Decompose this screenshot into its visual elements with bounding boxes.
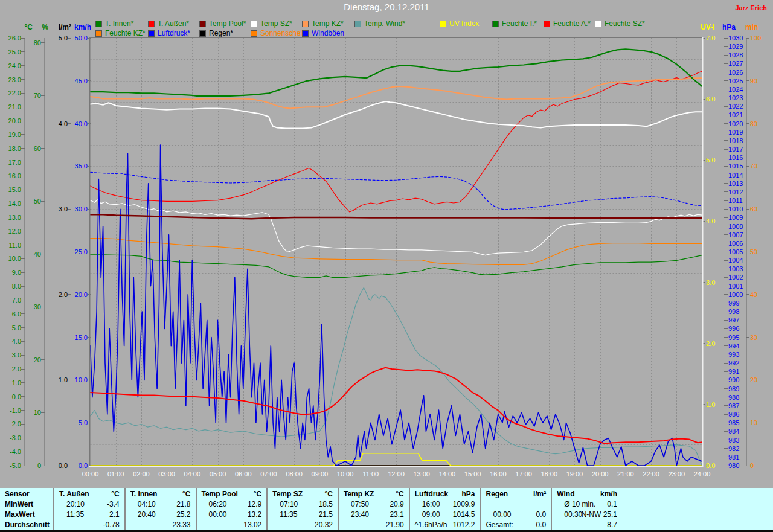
- table-min-value: 1009.9: [453, 499, 475, 510]
- x-tick-label: 11:00: [358, 470, 384, 478]
- x-tick-label: 08:00: [281, 470, 307, 478]
- table-avg-label: Gesamt:: [486, 520, 513, 530]
- series-feuchte_kz: [91, 239, 702, 265]
- table-min-value: 20.9: [390, 499, 403, 510]
- x-tick-label: 22:00: [638, 470, 664, 478]
- chart-plot: [0, 0, 773, 488]
- table-min-value: 21.8: [176, 499, 190, 510]
- table-sensor-unit: l/m²: [533, 489, 546, 499]
- x-tick-label: 14:00: [434, 470, 460, 478]
- table-min-time: 07:10: [280, 499, 298, 510]
- x-tick-label: 21:00: [612, 470, 639, 478]
- table-max-time: 11:35: [66, 510, 84, 520]
- table-divider: [480, 488, 481, 530]
- weather-app-screen: { "header": { "title": "Dienstag, 20.12.…: [0, 0, 773, 532]
- x-tick-label: 00:00: [77, 470, 104, 478]
- x-tick-label: 12:00: [383, 470, 409, 478]
- x-tick-label: 09:00: [306, 470, 333, 478]
- table-sensor-unit: °C: [325, 489, 333, 499]
- table-sensor-unit: °C: [182, 489, 190, 499]
- x-tick-label: 16:00: [485, 470, 512, 478]
- table-avg-value: 20.32: [315, 520, 333, 530]
- table-sensor-name: T. Innen: [130, 489, 158, 499]
- table-max-time: 00:00: [493, 510, 512, 520]
- table-divider: [266, 488, 268, 530]
- table-min-time: Ø 10 min.: [564, 499, 595, 510]
- table-row-label: Durchschnitt: [5, 520, 50, 530]
- x-tick-label: 01:00: [103, 470, 129, 478]
- x-tick-label: 13:00: [408, 470, 435, 478]
- stats-table: SensorMinWertMaxWertDurchschnittT. Außen…: [0, 488, 773, 532]
- x-tick-label: 05:00: [205, 470, 231, 478]
- table-min-value: 0.1: [607, 499, 617, 510]
- table-min-value: 18.5: [319, 499, 333, 510]
- table-sensor-name: Luftdruck: [415, 489, 448, 499]
- table-row-label: Sensor: [5, 489, 30, 499]
- x-tick-label: 02:00: [128, 470, 155, 478]
- table-divider: [196, 488, 197, 530]
- x-tick-label: 07:00: [255, 470, 282, 478]
- table-max-time: 23:40: [351, 510, 369, 520]
- table-sensor-name: Temp Pool: [202, 489, 238, 499]
- table-min-value: 12.9: [248, 499, 261, 510]
- table-min-time: 04:10: [138, 499, 156, 510]
- table-max-value: 0.0: [536, 510, 547, 520]
- x-tick-label: 18:00: [536, 470, 562, 478]
- table-avg-value: 1012.2: [453, 520, 475, 530]
- table-sensor-unit: °C: [396, 489, 403, 499]
- table-max-value: 25.2: [176, 510, 190, 520]
- x-tick-label: 23:00: [663, 470, 690, 478]
- table-max-time: 20:40: [138, 510, 156, 520]
- x-tick-label: 24:00: [689, 470, 716, 478]
- table-max-time: 11:35: [280, 510, 297, 520]
- table-max-value: 21.5: [319, 510, 333, 520]
- table-sensor-name: T. Außen: [59, 489, 89, 499]
- table-avg-value: -0.78: [103, 520, 119, 530]
- table-min-time: 07:50: [351, 499, 369, 510]
- table-row-label: MaxWert: [5, 510, 35, 520]
- table-avg-value: 13.02: [243, 520, 261, 530]
- table-max-value: N-NW 25.1: [582, 510, 617, 520]
- table-avg-value: 21.90: [386, 520, 404, 530]
- table-row-label: MinWert: [5, 499, 33, 510]
- series-t_innen: [91, 49, 702, 96]
- table-max-time: 09:00: [422, 510, 440, 520]
- table-sensor-unit: °C: [254, 489, 261, 499]
- series-t_aussen: [91, 368, 702, 444]
- table-avg-value: 23.33: [172, 520, 190, 530]
- table-sensor-unit: km/h: [600, 489, 617, 499]
- x-tick-label: 15:00: [460, 470, 486, 478]
- table-min-value: -3.4: [107, 499, 120, 510]
- x-tick-label: 04:00: [179, 470, 205, 478]
- table-sensor-unit: hPa: [461, 489, 475, 499]
- table-sensor-unit: °C: [111, 489, 119, 499]
- x-tick-label: 20:00: [587, 470, 614, 478]
- x-tick-label: 03:00: [153, 470, 180, 478]
- table-divider: [53, 488, 54, 530]
- x-tick-label: 06:00: [230, 470, 257, 478]
- gridlines: [91, 38, 702, 466]
- table-avg-value: 8.7: [607, 520, 617, 530]
- table-max-time: 00:30: [564, 510, 582, 520]
- x-tick-label: 19:00: [561, 470, 588, 478]
- table-min-time: 20:10: [66, 499, 85, 510]
- table-sensor-name: Wind: [557, 489, 574, 499]
- table-divider: [551, 488, 552, 530]
- table-max-value: 23.1: [390, 510, 403, 520]
- table-min-time: 06:20: [209, 499, 227, 510]
- table-min-time: 16:00: [422, 499, 440, 510]
- table-max-value: 13.2: [248, 510, 261, 520]
- table-max-value: 2.1: [109, 510, 120, 520]
- x-tick-label: 10:00: [332, 470, 359, 478]
- table-divider: [409, 488, 410, 530]
- table-max-value: 1014.5: [453, 510, 475, 520]
- series-feuchte_i: [91, 255, 702, 278]
- table-max-time: 00:00: [209, 510, 227, 520]
- table-sensor-name: Regen: [486, 489, 508, 499]
- table-divider: [124, 488, 126, 530]
- table-sensor-name: Temp SZ: [272, 489, 303, 499]
- table-avg-label: ^1.6hPa/h: [415, 520, 447, 530]
- x-tick-label: 17:00: [510, 470, 537, 478]
- table-divider: [338, 488, 339, 530]
- table-avg-value: 0.0: [536, 520, 547, 530]
